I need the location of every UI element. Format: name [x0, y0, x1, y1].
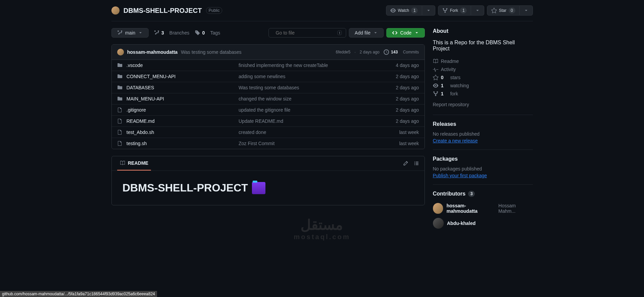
contributor-name: Hossam Mahm... — [498, 203, 533, 214]
book-icon — [433, 59, 438, 64]
readme-title: DBMS-SHELL-PROJECT — [123, 182, 414, 194]
file-name[interactable]: README.md — [127, 118, 155, 124]
contributor-avatar[interactable] — [433, 218, 444, 229]
packages-publish-link[interactable]: Publish your first package — [433, 173, 487, 178]
file-row[interactable]: DATABASES Was testing some databases 2 d… — [112, 82, 424, 93]
file-row[interactable]: .gitignore updated the gitignore file 2 … — [112, 105, 424, 116]
about-report-link[interactable]: Report repository — [433, 100, 533, 109]
commit-message[interactable]: Was testing some databases — [181, 49, 241, 55]
about-watching-link[interactable]: 1 watching — [433, 82, 533, 90]
file-commit-msg[interactable]: Was testing some databases — [239, 85, 379, 90]
folder-icon — [117, 85, 123, 90]
file-row[interactable]: test_Abdo.sh created done last week — [112, 127, 424, 138]
about-forks-link[interactable]: 1 fork — [433, 90, 533, 98]
contributor-avatar[interactable] — [433, 203, 443, 214]
file-commit-msg[interactable]: created done — [239, 130, 379, 135]
watch-button[interactable]: Watch 1 — [386, 5, 422, 16]
file-row[interactable]: .vscode finished implementing the new cr… — [112, 60, 424, 71]
folder-icon — [117, 96, 123, 101]
file-icon — [117, 130, 123, 135]
contributors-count: 3 — [468, 191, 475, 197]
packages-heading[interactable]: Packages — [433, 156, 533, 162]
caret-down-icon — [524, 8, 529, 13]
file-date: 4 days ago — [379, 63, 419, 68]
folder-emoji-icon — [252, 182, 265, 194]
commit-author[interactable]: hossam-mahmoudatta — [127, 49, 178, 55]
contributors-heading[interactable]: Contributors 3 — [433, 191, 533, 197]
releases-create-link[interactable]: Create a new release — [433, 138, 478, 143]
caret-down-icon — [426, 8, 431, 13]
about-activity-link[interactable]: Activity — [433, 65, 533, 73]
file-name[interactable]: testing.sh — [127, 141, 147, 146]
star-dropdown[interactable] — [520, 5, 533, 16]
tags-link[interactable]: 0 Tags — [195, 30, 220, 36]
search-kbd: t — [337, 30, 342, 35]
contributor-row[interactable]: hossam-mahmoudatta Hossam Mahm... — [433, 201, 533, 216]
file-name[interactable]: .gitignore — [127, 107, 146, 113]
file-name[interactable]: test_Abdo.sh — [127, 130, 154, 135]
file-name[interactable]: MAIN_MENU-API — [127, 96, 164, 101]
fork-button[interactable]: Fork 1 — [438, 5, 471, 16]
file-commit-msg[interactable]: Zoz First Commit — [239, 141, 379, 146]
file-date: 2 days ago — [379, 118, 419, 124]
contributor-login[interactable]: hossam-mahmoudatta — [446, 203, 495, 214]
fork-dropdown[interactable] — [471, 5, 484, 16]
contributor-login[interactable]: Abdu-khaled — [447, 221, 476, 226]
about-heading: About — [433, 28, 533, 34]
commit-sha[interactable]: 6fedde5 — [336, 50, 350, 54]
file-list-box: hossam-mahmoudatta Was testing some data… — [111, 44, 425, 149]
releases-heading[interactable]: Releases — [433, 121, 533, 127]
watch-dropdown[interactable] — [422, 5, 435, 16]
file-search[interactable]: t — [268, 28, 346, 38]
branches-link[interactable]: 3 Branches — [154, 30, 189, 36]
caret-down-icon — [373, 30, 378, 35]
pencil-icon[interactable] — [403, 161, 408, 166]
commits-link[interactable]: 143 Commits — [384, 49, 419, 55]
about-stars-link[interactable]: 0 stars — [433, 73, 533, 82]
watch-count: 1 — [411, 7, 418, 14]
file-name[interactable]: DATABASES — [127, 85, 154, 90]
star-button[interactable]: Star 0 — [487, 5, 519, 16]
packages-section: Packages No packages published Publish y… — [433, 150, 533, 184]
star-icon — [491, 8, 497, 13]
fork-icon — [442, 8, 448, 13]
branch-name: main — [125, 30, 135, 36]
contributor-row[interactable]: Abdu-khaled — [433, 216, 533, 231]
file-row[interactable]: testing.sh Zoz First Commit last week — [112, 138, 424, 149]
releases-section: Releases No releases published Create a … — [433, 115, 533, 150]
add-file-button[interactable]: Add file — [349, 28, 384, 38]
file-row[interactable]: CONNECT_MENU-API adding some newlines 2 … — [112, 71, 424, 82]
releases-none: No releases published — [433, 131, 533, 137]
star-count: 0 — [509, 7, 515, 14]
code-button[interactable]: Code — [386, 28, 424, 38]
file-name[interactable]: .vscode — [127, 63, 143, 68]
commit-author-avatar[interactable] — [117, 49, 124, 55]
caret-down-icon — [475, 8, 480, 13]
file-commit-msg[interactable]: Update README.md — [239, 118, 379, 124]
star-label: Star — [499, 8, 506, 13]
file-commit-msg[interactable]: adding some newlines — [239, 74, 379, 79]
history-icon — [384, 49, 389, 55]
file-date: last week — [379, 141, 419, 146]
repo-header: DBMS-SHELL-PROJECT Public Watch 1 Fork 1 — [111, 0, 533, 21]
file-name[interactable]: CONNECT_MENU-API — [127, 74, 176, 79]
file-row[interactable]: README.md Update README.md 2 days ago — [112, 116, 424, 127]
file-commit-msg[interactable]: updated the gitignore file — [239, 107, 379, 113]
readme-tab[interactable]: README — [117, 156, 151, 170]
about-readme-link[interactable]: Readme — [433, 57, 533, 65]
branch-selector[interactable]: main — [111, 28, 149, 38]
caret-down-icon — [138, 30, 143, 35]
file-commit-msg[interactable]: changed the window size — [239, 96, 379, 101]
fork-label: Fork — [450, 8, 458, 13]
file-row[interactable]: MAIN_MENU-API changed the window size 2 … — [112, 93, 424, 105]
owner-avatar[interactable] — [111, 6, 120, 15]
pulse-icon — [433, 67, 438, 72]
list-icon[interactable] — [414, 161, 419, 166]
file-date: 2 days ago — [379, 85, 419, 90]
file-search-input[interactable] — [276, 30, 335, 36]
repo-name[interactable]: DBMS-SHELL-PROJECT — [124, 7, 202, 15]
tag-icon — [195, 30, 200, 36]
watch-group: Watch 1 — [386, 5, 436, 16]
file-date: 2 days ago — [379, 96, 419, 101]
file-commit-msg[interactable]: finished implementing the new createTabl… — [239, 63, 379, 68]
